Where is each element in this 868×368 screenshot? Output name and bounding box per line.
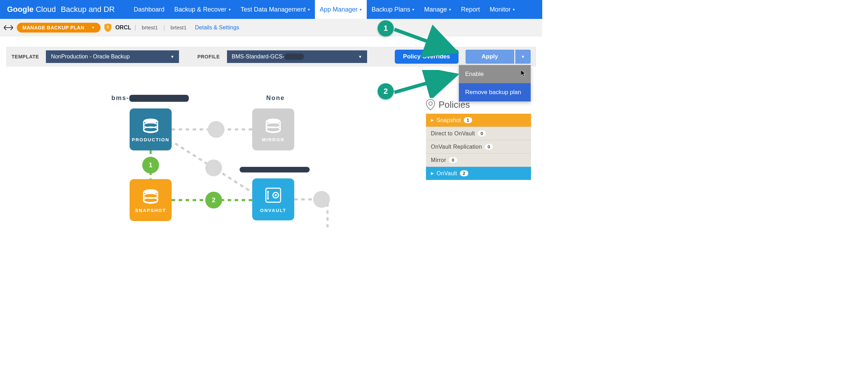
nav-label: Backup & Recover xyxy=(174,6,227,13)
nav-backup-recover[interactable]: Backup & Recover▾ xyxy=(170,0,236,19)
chevron-down-icon: ▼ xyxy=(91,26,95,29)
chevron-down-icon: ▼ xyxy=(358,55,362,59)
apply-button-group: Apply ▼ Enable Remove backup plan xyxy=(466,50,531,64)
annotation-arrow-2 xyxy=(392,70,462,98)
svg-rect-1 xyxy=(108,26,109,28)
nav-app-manager[interactable]: App Manager▾ xyxy=(315,0,367,19)
database-icon xyxy=(142,187,159,205)
policy-count-badge: 0 xyxy=(485,144,493,150)
policy-label: Snapshot xyxy=(436,117,461,123)
separator: | xyxy=(135,24,136,31)
svg-rect-0 xyxy=(107,26,108,28)
policy-row-onvault[interactable]: ▶OnVault2 xyxy=(426,167,531,180)
tile-label: ONVAULT xyxy=(260,208,287,213)
annotation-step-1: 1 xyxy=(378,20,394,36)
logo: Google Cloud Backup and DR xyxy=(7,5,115,14)
product-name: Backup and DR xyxy=(61,5,115,14)
chevron-down-icon: ▾ xyxy=(360,7,362,12)
menu-item-enable[interactable]: Enable xyxy=(459,65,531,83)
diagram-left-header: bms- xyxy=(111,94,189,102)
chevron-down-icon: ▾ xyxy=(513,7,515,12)
tile-mirror[interactable]: MIRROR xyxy=(252,108,294,150)
chevron-down-icon: ▾ xyxy=(449,7,451,12)
chevron-down-icon: ▼ xyxy=(171,55,174,59)
template-select[interactable]: NonProduction - Oracle Backup ▼ xyxy=(46,50,179,63)
svg-line-23 xyxy=(394,75,456,92)
policy-row-snapshot[interactable]: ▶Snapshot1 xyxy=(426,114,531,127)
vault-icon xyxy=(264,186,283,205)
nav-test-data-management[interactable]: Test Data Management▾ xyxy=(236,0,315,19)
chevron-down-icon: ▾ xyxy=(229,7,231,12)
redacted-label xyxy=(240,166,310,172)
expand-icon: ▶ xyxy=(431,171,434,176)
nav-monitor[interactable]: Monitor▾ xyxy=(485,0,520,19)
google-cloud-logo: Google Cloud xyxy=(7,5,56,14)
edge-count-prod-snapshot: 1 xyxy=(142,157,159,174)
tile-snapshot[interactable]: SNAPSHOT xyxy=(130,179,172,221)
nav-dashboard[interactable]: Dashboard xyxy=(129,0,169,19)
annotation-arrow-1 xyxy=(392,24,462,63)
nav-report[interactable]: Report xyxy=(456,0,485,19)
separator: | xyxy=(164,24,165,31)
svg-point-21 xyxy=(429,102,432,105)
policy-label: OnVault Replication xyxy=(431,144,482,150)
edge-node xyxy=(313,191,330,208)
profile-label: PROFILE xyxy=(197,54,220,59)
details-settings-link[interactable]: Details & Settings xyxy=(195,24,239,31)
breadcrumb-host: brtest1 xyxy=(140,24,160,30)
annotation-step-2: 2 xyxy=(378,83,394,99)
chevron-down-icon: ▾ xyxy=(412,7,414,12)
pin-icon xyxy=(426,99,435,110)
database-label: ORCL xyxy=(115,24,131,31)
svg-point-19 xyxy=(267,191,269,192)
svg-point-20 xyxy=(267,198,269,199)
nav-label: Test Data Management xyxy=(241,6,306,13)
apply-button[interactable]: Apply xyxy=(466,50,514,64)
edge-count-snapshot-onvault: 2 xyxy=(205,192,222,208)
nav-label: Backup Plans xyxy=(372,6,410,13)
tile-onvault[interactable]: ONVAULT xyxy=(252,178,294,220)
nav-label: App Manager xyxy=(320,6,358,13)
apply-dropdown-toggle[interactable]: ▼ xyxy=(515,50,531,64)
svg-point-17 xyxy=(275,194,277,196)
nav-manage[interactable]: Manage▾ xyxy=(419,0,456,19)
policy-count-badge: 2 xyxy=(460,170,468,176)
nav-label: Report xyxy=(461,6,480,13)
nav-label: Dashboard xyxy=(133,6,164,13)
tile-label: SNAPSHOT xyxy=(135,208,166,213)
tile-production[interactable]: PRODUCTION xyxy=(130,108,172,150)
database-icon xyxy=(264,117,282,134)
template-value: NonProduction - Oracle Backup xyxy=(51,54,130,60)
edge-node xyxy=(205,160,222,176)
policy-label: Mirror xyxy=(431,157,446,163)
policy-row-mirror: Mirror0 xyxy=(426,154,531,167)
policy-row-onvault-replication: OnVault Replication0 xyxy=(426,140,531,154)
nav-label: Manage xyxy=(424,6,447,13)
breadcrumb-app: brtest1 xyxy=(168,24,189,30)
expand-icon: ▶ xyxy=(431,118,434,122)
swap-icon[interactable] xyxy=(4,23,13,33)
policies-panel: Policies ▶Snapshot1Direct to OnVault0OnV… xyxy=(426,99,531,180)
policy-label: Direct to OnVault xyxy=(431,130,475,137)
shield-icon xyxy=(104,23,112,32)
tile-label: MIRROR xyxy=(262,137,285,142)
nav-label: Monitor xyxy=(490,6,511,13)
diagram-right-header: None xyxy=(266,94,285,102)
policy-count-badge: 1 xyxy=(464,117,472,123)
nav-backup-plans[interactable]: Backup Plans▾ xyxy=(367,0,419,19)
policy-count-badge: 0 xyxy=(478,130,486,136)
apply-dropdown-menu: Enable Remove backup plan xyxy=(459,65,531,101)
policy-row-direct-to-onvault: Direct to OnVault0 xyxy=(426,127,531,140)
policy-label: OnVault xyxy=(436,170,457,177)
profile-value: BMS-Standard-GCS- xyxy=(232,54,304,60)
template-label: TEMPLATE xyxy=(12,54,39,59)
svg-line-22 xyxy=(394,29,456,52)
cursor-icon xyxy=(521,70,527,78)
chevron-down-icon: ▾ xyxy=(308,7,310,12)
manage-backup-plan-button[interactable]: MANAGE BACKUP PLAN ▼ xyxy=(17,23,101,33)
database-icon xyxy=(142,117,159,134)
manage-backup-plan-label: MANAGE BACKUP PLAN xyxy=(22,25,84,30)
policy-count-badge: 0 xyxy=(449,157,457,163)
menu-item-remove-backup-plan[interactable]: Remove backup plan xyxy=(459,83,531,101)
profile-select[interactable]: BMS-Standard-GCS- ▼ xyxy=(227,50,367,63)
